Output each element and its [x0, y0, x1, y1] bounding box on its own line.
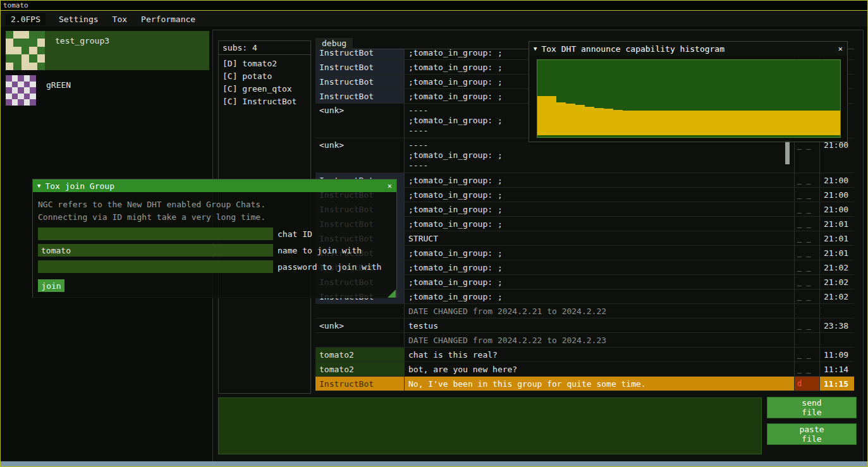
chat-row-time	[819, 333, 854, 347]
chat-row-flags	[794, 304, 819, 318]
chat-row-author: tomato2	[315, 362, 404, 376]
histogram-bar	[680, 111, 689, 135]
chat-row[interactable]: DATE CHANGED from 2024.2.21 to 2024.2.22	[315, 304, 854, 318]
histogram-bar	[707, 111, 717, 135]
send-file-label-line2: file	[802, 408, 821, 417]
window-titlebar[interactable]: tomato	[1, 1, 867, 11]
chat-row-author: InstructBot	[315, 49, 404, 59]
chat-row[interactable]: InstructBotNo, I've been in this group f…	[315, 377, 854, 391]
chat-row-flags: _ _	[794, 217, 819, 231]
close-icon[interactable]: ✕	[838, 44, 843, 53]
chat-row-message: ;tomato_in_group: ;	[404, 188, 794, 202]
menubar: 2.0FPS Settings Tox Performance	[1, 11, 867, 27]
chat-row-message: ;tomato_in_group: ;	[404, 246, 794, 260]
histogram-bar	[802, 111, 812, 135]
join-info-line: Connecting via ID might take a very long…	[38, 211, 391, 224]
subs-member[interactable]: [C] InstructBot	[219, 95, 310, 108]
chat-row-flags: _ _	[794, 362, 819, 376]
histogram-window-titlebar[interactable]: ▼ Tox DHT announce capability histogram …	[529, 42, 847, 56]
join-window-titlebar[interactable]: ▼ Tox join Group ✕	[33, 179, 396, 192]
chat-row-message: ;tomato_in_group: ;	[404, 202, 794, 216]
join-button[interactable]: join	[38, 279, 64, 292]
resize-grip[interactable]	[388, 289, 396, 298]
histogram-bar	[812, 111, 821, 135]
chat-row-message: ;tomato_in_group: ;	[404, 217, 794, 231]
message-input[interactable]	[218, 397, 762, 454]
chat-row-message: ;tomato_in_group: ;	[404, 173, 794, 187]
histogram-bar	[689, 111, 699, 135]
contact-test_group3[interactable]: test_group3	[6, 31, 209, 70]
histogram-bar	[717, 111, 726, 135]
histogram-bar	[831, 111, 840, 135]
histogram-bar	[556, 102, 566, 135]
window-title: tomato	[3, 1, 28, 9]
chat-id-input[interactable]	[38, 227, 273, 240]
chat-row-author: InstructBot	[315, 60, 404, 74]
menu-settings[interactable]: Settings	[52, 13, 106, 25]
chat-row-time: 21:02	[819, 260, 854, 274]
menu-performance[interactable]: Performance	[134, 13, 202, 25]
chat-row-author: InstructBot	[315, 89, 404, 103]
chat-row[interactable]: tomato2chat is this real?_ _11:09	[315, 348, 854, 362]
histogram-bar	[783, 111, 793, 135]
menu-tox[interactable]: Tox	[106, 13, 134, 25]
chat-row-author: <unk>	[315, 318, 404, 332]
chat-row-flags: _ _	[794, 138, 819, 173]
chat-row-author: tomato2	[315, 348, 404, 361]
histogram-bar	[594, 108, 604, 135]
chat-row[interactable]: <unk>---- ;tomato_in_group: ; ----_ _21:…	[315, 138, 854, 173]
contact-name: test_group3	[45, 31, 109, 70]
chat-row-author	[315, 333, 404, 347]
chat-row-flags: _ _	[794, 231, 819, 245]
chat-row-message: ;tomato_in_group: ;	[404, 260, 794, 274]
histogram-bars	[537, 60, 840, 135]
chat-row-flags	[794, 333, 819, 347]
contact-name: gREEN	[36, 75, 71, 106]
collapse-icon[interactable]: ▼	[534, 45, 537, 52]
tab-debug[interactable]: debug	[315, 38, 353, 51]
chat-row-time: 21:00	[819, 188, 854, 202]
chat-row-time	[819, 304, 854, 318]
chat-row-flags: d	[794, 377, 819, 391]
chat-row-message: bot, are you new here?	[404, 362, 794, 376]
histogram-bar	[661, 111, 670, 135]
subs-member[interactable]: [C] green_qtox	[219, 83, 310, 95]
collapse-icon[interactable]: ▼	[37, 183, 40, 189]
chat-row[interactable]: <unk>testus_ _23:38	[315, 318, 854, 333]
chat-row-flags: _ _	[794, 188, 819, 202]
join-group-window: ▼ Tox join Group ✕ NGC refers to the New…	[32, 179, 397, 298]
subs-list: [D] tomato2[C] potato[C] green_qtox[C] I…	[219, 55, 310, 108]
chat-row-author: InstructBot	[315, 377, 404, 391]
chat-row-message: testus	[404, 318, 794, 332]
paste-file-label-line2: file	[802, 434, 821, 444]
histogram-bar	[613, 110, 623, 135]
send-file-button[interactable]: send file	[767, 397, 857, 418]
subs-member[interactable]: [C] potato	[219, 70, 310, 83]
chat-row-message: ---- ;tomato_in_group: ; ----	[404, 138, 794, 173]
chat-row-message: chat is this real?	[404, 348, 794, 361]
message-scrollbar[interactable]	[785, 140, 790, 164]
chat-row-time: 23:38	[819, 318, 854, 332]
subs-member[interactable]: [D] tomato2	[219, 58, 310, 70]
close-icon[interactable]: ✕	[388, 181, 392, 190]
histogram-bar	[623, 111, 632, 135]
chat-row-time: 21:02	[819, 289, 854, 303]
chat-row-message: ;tomato_in_group: ;	[404, 289, 794, 303]
chat-row-time: 11:14	[819, 362, 854, 376]
chat-row-time: 21:01	[819, 231, 854, 245]
chat-row[interactable]: tomato2bot, are you new here?_ _11:14	[315, 362, 854, 377]
join-password-input[interactable]	[38, 260, 273, 273]
chat-row[interactable]: DATE CHANGED from 2024.2.22 to 2024.2.23	[315, 333, 854, 348]
paste-file-button[interactable]: paste file	[767, 423, 857, 445]
window-bottom-edge	[1, 461, 867, 466]
contact-gREEN[interactable]: gREEN	[6, 75, 209, 106]
histogram-bar	[726, 111, 736, 135]
chat-row-author	[315, 304, 404, 318]
chat-row-message: DATE CHANGED from 2024.2.21 to 2024.2.22	[404, 304, 794, 318]
join-fields: chat ID name to join with password to jo…	[38, 227, 391, 273]
avatar	[6, 75, 36, 106]
histogram-bar	[547, 96, 556, 135]
histogram-bar	[651, 111, 661, 135]
chat-row-time: 21:00	[819, 138, 854, 173]
join-name-input[interactable]	[38, 244, 273, 257]
